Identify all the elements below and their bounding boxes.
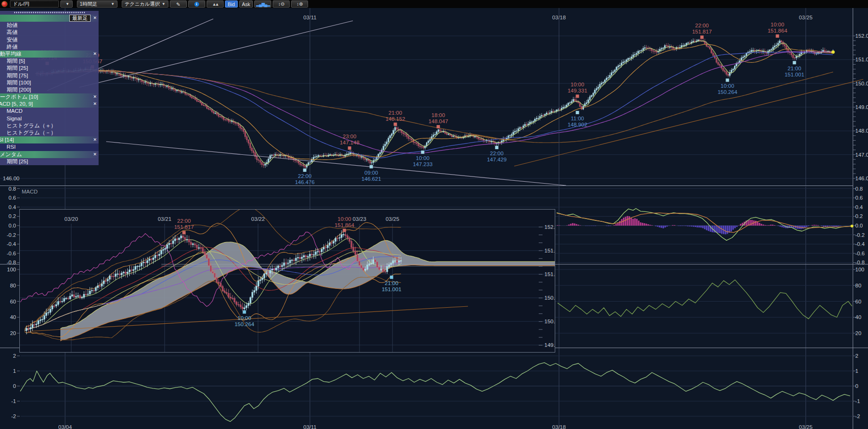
technical-select[interactable]: テクニカル選択 ▼ [122, 0, 168, 8]
record-icon[interactable] [1, 1, 8, 7]
bid-button[interactable]: Bid [225, 0, 238, 8]
svg-text:10:00: 10:00 [338, 216, 351, 222]
indicator-header-4[interactable]: RSI [14]✕ [0, 136, 99, 143]
draw-tool-button[interactable]: ✎ [170, 0, 187, 8]
trendline[interactable] [79, 21, 353, 87]
indicator-item[interactable]: 終値 [0, 43, 99, 50]
indicator-header-5[interactable]: モメンタム✕ [0, 151, 99, 158]
momentum-line [20, 362, 850, 421]
svg-text:03/22: 03/22 [251, 216, 265, 222]
timeframe-select[interactable]: 1時間足 ▼ [77, 0, 117, 8]
indicator-item[interactable]: ヒストグラム（－） [0, 129, 99, 136]
info-button[interactable]: i [188, 0, 205, 8]
panel-drag-handle[interactable] [0, 11, 99, 15]
indicator-header-2[interactable]: ピークボトム [10]✕ [0, 93, 99, 101]
close-icon[interactable]: ✕ [93, 101, 97, 108]
momentum-panel[interactable]: 221100-1-1-2-203/0403/1103/1803/25 [11, 353, 860, 429]
svg-text:22:00: 22:00 [490, 151, 504, 156]
svg-text:0: 0 [13, 383, 16, 389]
bottom-annotation: 22:00146.476 [295, 168, 315, 185]
chart-type-button[interactable]: ▲▲ [207, 0, 224, 8]
svg-text:-2: -2 [855, 413, 860, 419]
macd-line [557, 209, 852, 241]
svg-text:60: 60 [855, 299, 861, 304]
svg-text:21:00: 21:00 [788, 66, 801, 71]
zoom-out-button[interactable]: ↕⊖ [273, 0, 290, 8]
indicator-item[interactable]: 始値 [0, 22, 99, 29]
latest-candle-button[interactable]: 最新足 [69, 15, 91, 22]
inset-price-panel[interactable]: 03/2003/2103/2203/2303/2522:00151.81710:… [20, 210, 555, 353]
svg-text:21:00: 21:00 [389, 110, 402, 116]
indicator-item[interactable]: 高値 [0, 29, 99, 36]
close-icon[interactable]: ✕ [93, 15, 97, 22]
indicator-header-0[interactable]: 最新足✕ [0, 15, 99, 22]
svg-text:-0.4: -0.4 [7, 241, 16, 247]
svg-text:03/23: 03/23 [353, 216, 367, 222]
svg-text:03/20: 03/20 [65, 216, 78, 222]
svg-text:10:00: 10:00 [571, 82, 584, 87]
indicator-item[interactable]: ヒストグラム（＋） [0, 122, 99, 129]
svg-text:20: 20 [855, 330, 861, 336]
bid-label: Bid [228, 1, 235, 7]
svg-text:10:00: 10:00 [771, 22, 785, 27]
svg-text:03/04: 03/04 [58, 424, 72, 429]
svg-text:150.0: 150.0 [544, 319, 555, 324]
peak-annotation: 10:00151.864 [768, 22, 787, 38]
indicator-header-label: MACD [5, 20, 9] [0, 101, 33, 107]
svg-text:151.864: 151.864 [334, 222, 354, 228]
svg-text:22:00: 22:00 [177, 218, 191, 224]
indicator-item-label: 高値 [7, 29, 17, 35]
technical-label: テクニカル選択 [125, 1, 160, 8]
close-icon[interactable]: ✕ [93, 151, 97, 158]
indicator-item[interactable]: 期間 [25] [0, 65, 99, 72]
svg-text:151.0: 151.0 [855, 57, 868, 62]
ask-button[interactable]: Ask [239, 0, 253, 8]
main-price-panel[interactable]: 03/0403/1103/1803/2523:00150.71422:00150… [0, 15, 863, 185]
svg-text:10:00: 10:00 [238, 315, 251, 321]
svg-text:0.0: 0.0 [8, 223, 16, 228]
indicator-item[interactable]: Signal [0, 115, 99, 122]
close-icon[interactable]: ✕ [93, 136, 97, 143]
indicator-header-3[interactable]: MACD [5, 20, 9]✕ [0, 101, 99, 108]
indicator-header-label: 移動平均線 [0, 51, 22, 57]
svg-text:147.233: 147.233 [413, 161, 433, 167]
indicator-item[interactable]: 安値 [0, 36, 99, 43]
svg-text:0.6: 0.6 [8, 195, 16, 201]
close-icon[interactable]: ✕ [93, 50, 97, 58]
indicator-item[interactable]: 期間 [5] [0, 58, 99, 65]
indicator-item-label: 期間 [5] [7, 58, 25, 64]
zoom-in-button[interactable]: ↕⊕ [291, 0, 308, 8]
indicator-item[interactable]: 期間 [200] [0, 86, 99, 93]
svg-text:03/25: 03/25 [386, 216, 400, 222]
svg-text:21:00: 21:00 [385, 280, 399, 286]
indicator-item[interactable]: 期間 [25] [0, 158, 99, 165]
volume-button[interactable]: ▂▄▆▄▂ [254, 0, 271, 8]
indicator-item-label: 安値 [7, 37, 17, 42]
indicator-item-label: 始値 [7, 22, 17, 28]
svg-text:146.476: 146.476 [295, 179, 315, 185]
indicator-item-label: Signal [7, 116, 22, 121]
svg-text:-0.6: -0.6 [7, 251, 16, 256]
svg-text:0.6: 0.6 [855, 195, 863, 201]
close-icon[interactable]: ✕ [93, 93, 97, 101]
chevron-down-icon: ▼ [111, 2, 115, 6]
symbol-dropdown-button[interactable]: ▼ [60, 0, 73, 8]
indicator-item[interactable]: MACD [0, 108, 99, 115]
svg-text:-0.2: -0.2 [855, 232, 865, 238]
indicator-item[interactable]: 期間 [100] [0, 79, 99, 86]
svg-text:-2: -2 [11, 413, 16, 419]
detached-chart-window[interactable]: 03/2003/2103/2203/2303/2522:00151.81710:… [19, 209, 555, 353]
symbol-select[interactable]: ドル/円 [10, 0, 59, 8]
indicator-header-1[interactable]: 移動平均線✕ [0, 50, 99, 58]
trendline[interactable] [514, 79, 863, 166]
peak-annotation: 18:00148.047 [428, 112, 448, 128]
inset-chart-canvas[interactable]: 03/2003/2103/2203/2303/2522:00151.81710:… [20, 210, 555, 353]
indicator-item[interactable]: 期間 [75] [0, 72, 99, 79]
indicator-legend-panel[interactable]: 最新足✕始値高値安値終値移動平均線✕期間 [5]期間 [25]期間 [75]期間… [0, 11, 99, 165]
svg-text:150.264: 150.264 [718, 89, 737, 95]
indicator-item[interactable]: RSI [0, 143, 99, 151]
bottom-annotation: 21:00151.001 [382, 276, 401, 292]
svg-text:147.429: 147.429 [487, 157, 507, 162]
svg-text:80: 80 [10, 283, 16, 288]
svg-text:-0.4: -0.4 [855, 241, 865, 247]
